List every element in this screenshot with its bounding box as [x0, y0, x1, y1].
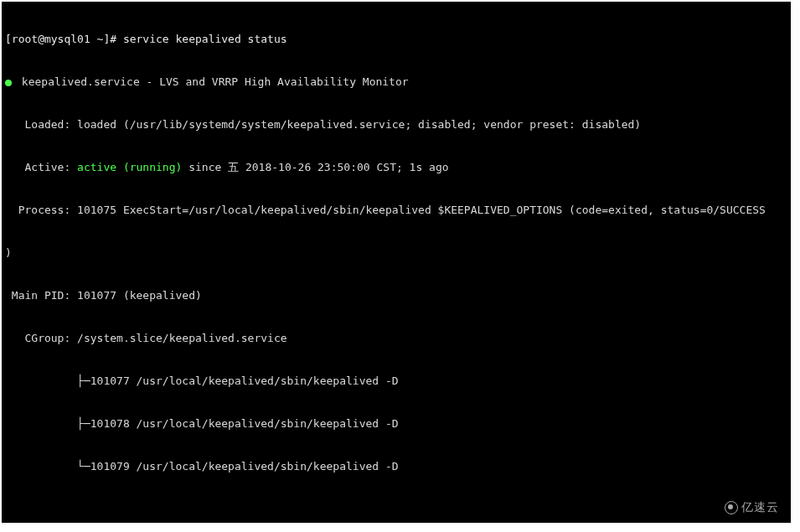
- line-mainpid: Main PID: 101077 (keepalived): [5, 288, 787, 302]
- line-active: Active: active (running) since 五 2018-10…: [5, 160, 787, 174]
- line-process-close: ): [5, 245, 787, 260]
- line-cgroup-3: └─101079 /usr/local/keepalived/sbin/keep…: [5, 459, 787, 473]
- line-service-header: keepalived.service - LVS and VRRP High A…: [5, 75, 787, 89]
- line-process: Process: 101075 ExecStart=/usr/local/kee…: [5, 203, 787, 217]
- status-dot-icon: [5, 80, 12, 86]
- line-cgroup-2: ├─101078 /usr/local/keepalived/sbin/keep…: [5, 416, 787, 431]
- line-cgroup: CGroup: /system.slice/keepalived.service: [5, 331, 787, 345]
- line-blank: [5, 502, 787, 516]
- line-loaded: Loaded: loaded (/usr/lib/systemd/system/…: [5, 117, 787, 132]
- watermark-logo-icon: [725, 501, 738, 514]
- watermark: 亿速云: [721, 498, 782, 516]
- terminal-window[interactable]: [root@mysql01 ~]# service keepalived sta…: [0, 0, 792, 524]
- line-cmd1: [root@mysql01 ~]# service keepalived sta…: [5, 32, 787, 46]
- line-cgroup-1: ├─101077 /usr/local/keepalived/sbin/keep…: [5, 374, 787, 388]
